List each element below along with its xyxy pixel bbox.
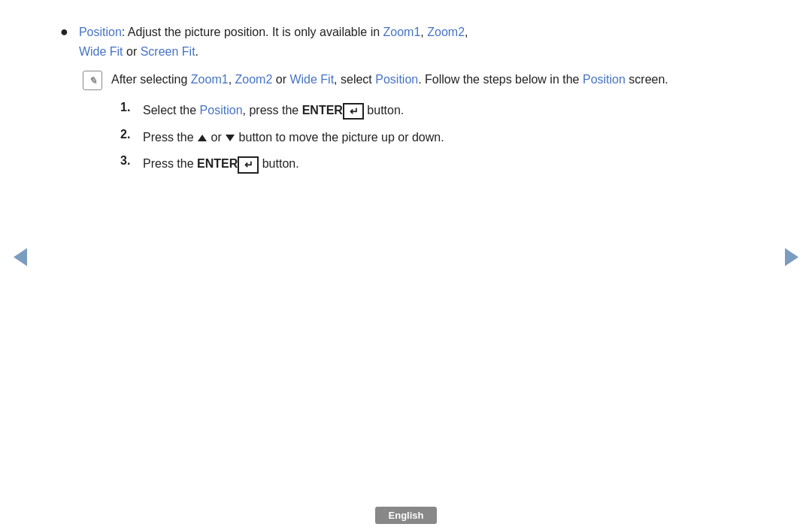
note-text-pre: After selecting (111, 73, 191, 86)
bullet-text: Position: Adjust the picture position. I… (79, 23, 468, 61)
step-3: 3. Press the ENTER↵ button. (120, 154, 752, 174)
note-text-post: . Follow the steps below in the (418, 73, 583, 86)
zoom1-link[interactable]: Zoom1 (383, 26, 421, 38)
bullet-section: ● Position: Adjust the picture position.… (60, 23, 752, 61)
note-zoom2[interactable]: Zoom2 (235, 73, 273, 86)
step-2-number: 2. (120, 128, 143, 141)
step-3-text: Press the ENTER↵ button. (143, 154, 299, 174)
position-link[interactable]: Position (79, 26, 122, 38)
widefit-link[interactable]: Wide Fit (79, 45, 123, 58)
step-3-pre: Press the (143, 157, 197, 170)
step-2-post: button to move the picture up or down. (235, 131, 444, 144)
return-arrow-3: ↵ (244, 159, 253, 171)
note-position2[interactable]: Position (583, 73, 626, 86)
step-2: 2. Press the or button to move the pictu… (120, 128, 752, 147)
screenfit-link[interactable]: Screen Fit (141, 45, 195, 58)
note-zoom1[interactable]: Zoom1 (191, 73, 229, 86)
main-content: ● Position: Adjust the picture position.… (0, 0, 812, 174)
zoom2-link[interactable]: Zoom2 (427, 26, 465, 38)
step-2-mid: or (208, 131, 225, 144)
note-widefit[interactable]: Wide Fit (289, 73, 334, 86)
enter-key-1: ENTER (302, 104, 343, 117)
bullet-text-3: , (465, 26, 468, 38)
note-icon-symbol: ✎ (89, 75, 97, 86)
bullet-text-1: : Adjust the picture position. It is onl… (122, 26, 383, 38)
enter-box-1: ↵ (343, 103, 364, 120)
step-1-link[interactable]: Position (200, 104, 243, 117)
note-icon: ✎ (83, 71, 102, 90)
step-3-number: 3. (120, 154, 143, 168)
note-text-end: screen. (626, 73, 668, 86)
next-arrow-button[interactable] (785, 248, 798, 266)
steps-section: 1. Select the Position, press the ENTER↵… (120, 101, 752, 174)
step-3-post: button. (259, 157, 298, 170)
enter-key-3: ENTER (197, 157, 238, 170)
note-or: or (272, 73, 289, 86)
step-1: 1. Select the Position, press the ENTER↵… (120, 101, 752, 120)
note-text: After selecting Zoom1, Zoom2 or Wide Fit… (111, 70, 668, 89)
step-1-pre: Select the (143, 104, 200, 117)
bullet-dot: ● (60, 24, 68, 40)
step-1-end: button. (364, 104, 404, 117)
step-1-text: Select the Position, press the ENTER↵ bu… (143, 101, 404, 120)
bullet-text-2: , (420, 26, 427, 38)
step-1-post: , press the (243, 104, 302, 117)
step-2-text: Press the or button to move the picture … (143, 128, 444, 147)
step-1-number: 1. (120, 101, 143, 114)
enter-box-3: ↵ (238, 156, 259, 174)
note-position[interactable]: Position (375, 73, 418, 86)
return-arrow-1: ↵ (350, 105, 359, 118)
language-badge: English (375, 507, 438, 524)
prev-arrow-button[interactable] (14, 248, 27, 266)
bullet-text-5: . (195, 45, 198, 58)
bullet-text-4: or (123, 45, 141, 58)
language-bar: English (0, 507, 812, 530)
arrow-up-icon (198, 135, 207, 141)
note-comma1: , (229, 73, 235, 86)
step-2-pre: Press the (143, 131, 197, 144)
arrow-down-icon (226, 135, 235, 141)
note-section: ✎ After selecting Zoom1, Zoom2 or Wide F… (83, 70, 752, 90)
note-text-mid: , select (334, 73, 375, 86)
